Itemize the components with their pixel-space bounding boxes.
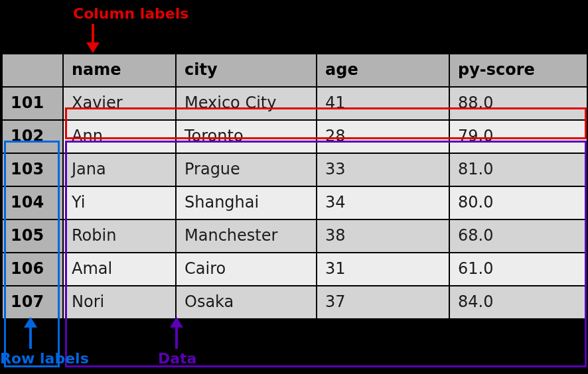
arrow-up-icon <box>24 317 37 349</box>
cell-age: 28 <box>317 120 449 153</box>
col-header-age: age <box>317 54 449 87</box>
table-row: 107 Nori Osaka 37 84.0 <box>2 286 587 319</box>
row-label: 107 <box>2 286 63 319</box>
cell-city: Manchester <box>176 219 317 253</box>
table-row: 101 Xavier Mexico City 41 88.0 <box>2 87 587 120</box>
cell-city: Shanghai <box>176 186 317 219</box>
cell-pyscore: 80.0 <box>449 186 587 219</box>
cell-name: Ann <box>63 120 176 153</box>
cell-age: 34 <box>317 186 449 219</box>
cell-city: Prague <box>176 153 317 186</box>
cell-name: Nori <box>63 286 176 319</box>
row-label: 106 <box>2 253 63 286</box>
cell-pyscore: 68.0 <box>449 219 587 253</box>
table-row: 104 Yi Shanghai 34 80.0 <box>2 186 587 219</box>
annotation-data: Data <box>158 350 196 367</box>
arrow-down-icon <box>86 24 100 53</box>
row-label: 104 <box>2 186 63 219</box>
row-label: 103 <box>2 153 63 186</box>
col-header-pyscore: py-score <box>449 54 587 87</box>
cell-city: Osaka <box>176 286 317 319</box>
table-header-row: name city age py-score <box>2 54 587 87</box>
annotation-row-labels: Row labels <box>0 350 89 367</box>
cell-pyscore: 79.0 <box>449 120 587 153</box>
annotation-column-labels: Column labels <box>73 5 188 22</box>
col-header-city: city <box>176 54 317 87</box>
table-row: 102 Ann Toronto 28 79.0 <box>2 120 587 153</box>
corner-cell <box>2 54 63 87</box>
cell-city: Mexico City <box>176 87 317 120</box>
row-label: 101 <box>2 87 63 120</box>
cell-age: 31 <box>317 253 449 286</box>
cell-city: Toronto <box>176 120 317 153</box>
arrow-up-icon <box>170 317 183 349</box>
cell-age: 38 <box>317 219 449 253</box>
cell-age: 37 <box>317 286 449 319</box>
row-label: 102 <box>2 120 63 153</box>
cell-name: Yi <box>63 186 176 219</box>
cell-name: Robin <box>63 219 176 253</box>
cell-pyscore: 61.0 <box>449 253 587 286</box>
cell-name: Jana <box>63 153 176 186</box>
cell-name: Xavier <box>63 87 176 120</box>
cell-pyscore: 81.0 <box>449 153 587 186</box>
col-header-name: name <box>63 54 176 87</box>
cell-name: Amal <box>63 253 176 286</box>
cell-city: Cairo <box>176 253 317 286</box>
table-row: 106 Amal Cairo 31 61.0 <box>2 253 587 286</box>
cell-pyscore: 84.0 <box>449 286 587 319</box>
cell-age: 33 <box>317 153 449 186</box>
row-label: 105 <box>2 219 63 253</box>
cell-age: 41 <box>317 87 449 120</box>
cell-pyscore: 88.0 <box>449 87 587 120</box>
dataframe-table: name city age py-score 101 Xavier Mexico… <box>1 53 587 320</box>
table-row: 103 Jana Prague 33 81.0 <box>2 153 587 186</box>
table-row: 105 Robin Manchester 38 68.0 <box>2 219 587 253</box>
